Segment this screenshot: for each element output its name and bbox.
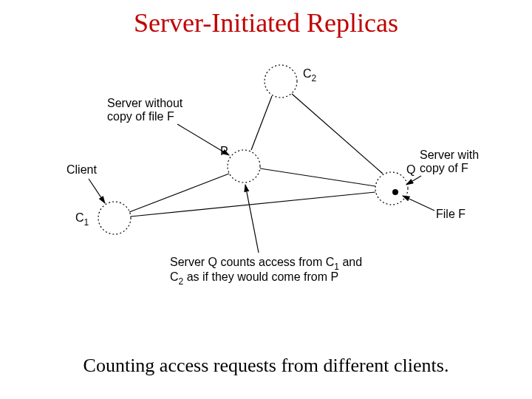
label-q: Q <box>406 163 415 176</box>
label-client: Client <box>66 163 97 176</box>
node-p <box>228 150 260 183</box>
edge-c2-q <box>292 94 383 174</box>
label-c2: C2 <box>303 67 317 83</box>
network-diagram: C2 P Q C1 Server without copy of file F … <box>44 52 488 318</box>
page-title: Server-Initiated Replicas <box>0 7 532 38</box>
edge-c2-p <box>251 96 272 150</box>
label-server-with-1: Server with <box>420 149 479 161</box>
arrow-client <box>89 179 105 203</box>
caption: Counting access requests from different … <box>0 355 532 377</box>
label-server-without-1: Server without <box>107 97 183 109</box>
arrow-file-f <box>403 196 434 211</box>
arrow-server-with <box>406 176 421 185</box>
label-bottom-2: C2 as if they would come from P <box>170 270 338 287</box>
label-c1: C1 <box>75 211 89 228</box>
arrow-bottom <box>245 185 259 253</box>
node-c1 <box>98 202 131 234</box>
arrow-server-without <box>177 124 229 155</box>
node-c2 <box>265 65 297 98</box>
label-p: P <box>220 145 228 157</box>
label-server-with-2: copy of F <box>420 162 468 174</box>
label-bottom-1: Server Q counts access from C1 and <box>170 256 362 272</box>
label-server-without-2: copy of file F <box>107 110 174 123</box>
file-dot <box>392 189 398 195</box>
edge-c1-p <box>129 174 229 212</box>
edge-c1-q <box>131 192 375 216</box>
label-file-f: File F <box>436 208 466 220</box>
node-q <box>375 172 408 205</box>
edge-p-q <box>260 168 375 186</box>
